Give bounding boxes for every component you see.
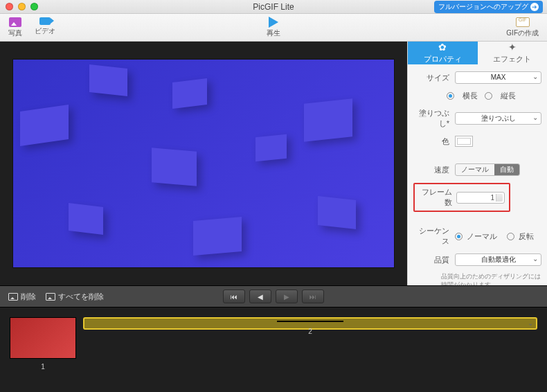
delete-all-button[interactable]: すべてを削除 <box>46 292 104 302</box>
delete-label: 削除 <box>21 292 36 302</box>
sequence-normal-label: ノーマル <box>467 231 497 242</box>
minimize-icon[interactable] <box>18 3 26 10</box>
arrow-right-icon: ➔ <box>530 3 539 11</box>
upgrade-button[interactable]: フルバージョンへのアップグ ➔ <box>434 1 543 13</box>
delete-button[interactable]: 削除 <box>8 292 36 302</box>
gif-icon <box>516 17 530 27</box>
next-frame-button[interactable]: ▶ <box>276 289 298 303</box>
window-controls <box>0 3 38 10</box>
thumb-2[interactable]: 2 <box>83 317 537 330</box>
photo-button[interactable]: 写真 <box>8 17 22 38</box>
sequence-reverse-radio[interactable] <box>507 233 514 240</box>
create-label: GIFの作成 <box>506 28 539 38</box>
color-label: 色 <box>413 136 452 147</box>
sequence-label: シーケンス <box>413 226 452 247</box>
gear-icon: ✿ <box>438 42 447 53</box>
photo-icon <box>9 17 21 27</box>
thumbnail-strip: 1 2 <box>0 308 547 392</box>
play-icon <box>269 17 278 28</box>
thumb-2-image <box>277 321 343 322</box>
orientation-h-radio[interactable] <box>447 92 454 100</box>
tab-property[interactable]: ✿ プロパティ <box>408 42 478 64</box>
last-frame-button[interactable]: ⏭ <box>302 289 324 303</box>
speed-segment[interactable]: ノーマル 自動 <box>455 163 520 176</box>
tab-property-label: プロパティ <box>424 54 462 64</box>
play-label: 再生 <box>267 28 280 38</box>
orientation-v-label: 縦長 <box>501 91 516 101</box>
fill-label: 塗りつぶし* <box>413 108 452 129</box>
delete-all-icon <box>46 293 55 301</box>
speed-normal[interactable]: ノーマル <box>456 164 494 175</box>
size-label: サイズ <box>413 73 452 83</box>
size-select[interactable]: MAX <box>455 71 541 84</box>
tab-effect[interactable]: ✦ エフェクト <box>478 42 548 64</box>
preview-area <box>0 42 407 285</box>
properties-panel: サイズ MAX 横長 縦長 塗りつぶし* 塗りつぶし 色 速度 <box>408 64 547 296</box>
thumb-2-number: 2 <box>308 326 312 337</box>
quality-select[interactable]: 自動最適化 <box>455 253 541 266</box>
quality-label: 品質 <box>413 255 452 265</box>
frames-row-highlight: フレーム数 1 <box>413 183 510 212</box>
speed-auto[interactable]: 自動 <box>494 164 519 175</box>
main-area: ✿ プロパティ ✦ エフェクト サイズ MAX 横長 縦長 塗りつぶし* <box>0 42 547 285</box>
titlebar: PicGIF Lite フルバージョンへのアップグ ➔ <box>0 0 547 14</box>
video-label: ビデオ <box>35 26 55 36</box>
sidebar-tabs: ✿ プロパティ ✦ エフェクト <box>408 42 547 64</box>
video-icon <box>39 17 51 25</box>
thumb-1-number: 1 <box>41 363 45 371</box>
delete-all-label: すべてを削除 <box>58 292 104 302</box>
color-swatch[interactable] <box>455 136 473 147</box>
frames-label: フレーム数 <box>419 187 452 208</box>
speed-label: 速度 <box>413 165 452 175</box>
control-bar: 削除 すべてを削除 ⏮ ◀ ▶ ⏭ <box>0 285 547 308</box>
play-button[interactable]: 再生 <box>267 17 280 38</box>
wand-icon: ✦ <box>508 42 517 53</box>
frames-stepper[interactable]: 1 <box>456 192 505 204</box>
create-gif-button[interactable]: GIFの作成 <box>506 17 539 38</box>
delete-icon <box>8 293 18 301</box>
toolbar: 写真 ビデオ 再生 GIFの作成 <box>0 14 547 42</box>
fill-select[interactable]: 塗りつぶし <box>455 112 541 125</box>
preview-canvas <box>13 60 394 267</box>
maximize-icon[interactable] <box>30 3 38 10</box>
orientation-v-radio[interactable] <box>485 92 492 100</box>
frame-nav: ⏮ ◀ ▶ ⏭ <box>223 289 324 303</box>
photo-label: 写真 <box>8 28 22 38</box>
thumb-1[interactable]: 1 <box>10 317 76 371</box>
sequence-reverse-label: 反転 <box>519 231 534 242</box>
sequence-normal-radio[interactable] <box>455 233 463 240</box>
close-icon[interactable] <box>6 3 13 10</box>
prev-frame-button[interactable]: ◀ <box>249 289 271 303</box>
tab-effect-label: エフェクト <box>493 54 531 64</box>
thumb-1-image <box>10 317 76 359</box>
orientation-h-label: 横長 <box>463 91 478 101</box>
sidebar: ✿ プロパティ ✦ エフェクト サイズ MAX 横長 縦長 塗りつぶし* <box>407 42 547 285</box>
video-button[interactable]: ビデオ <box>35 17 55 38</box>
first-frame-button[interactable]: ⏮ <box>223 289 245 303</box>
upgrade-label: フルバージョンへのアップグ <box>438 2 528 12</box>
